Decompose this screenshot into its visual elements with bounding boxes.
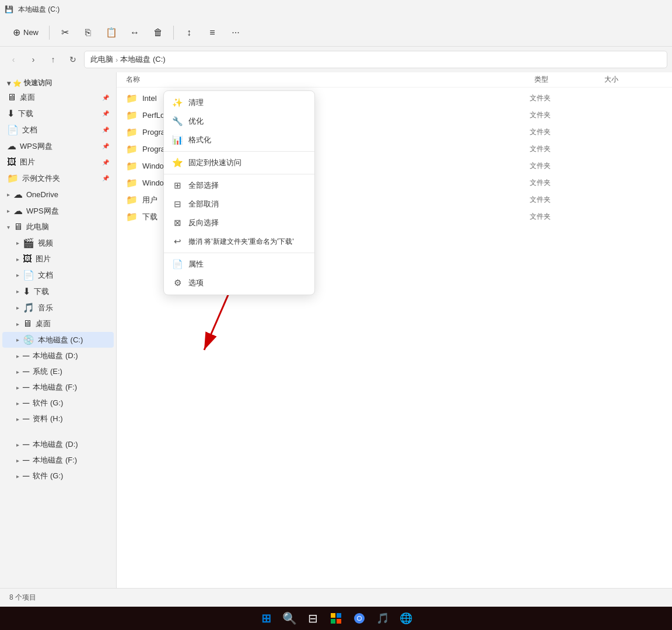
- new-label: New: [23, 28, 38, 37]
- sidebar-item-g[interactable]: ▸ ─ 软件 (G:): [2, 396, 114, 411]
- undo-label: 撤消 将'新建文件夹'重命名为'下载': [188, 237, 294, 247]
- move-button[interactable]: ↔: [124, 22, 145, 43]
- delete-button[interactable]: 🗑: [148, 22, 169, 43]
- sidebar-item-wps[interactable]: ☁ WPS网盘 📌: [2, 138, 114, 154]
- menu-item-selectnone[interactable]: ⊟ 全部取消: [164, 195, 314, 214]
- folder-icon: 📁: [126, 144, 138, 155]
- nav-bar: ‹ › ↑ ↻ 此电脑 › 本地磁盘 (C:): [0, 47, 672, 72]
- paste-button[interactable]: 📋: [101, 22, 122, 43]
- sort-button[interactable]: ↕: [178, 22, 200, 43]
- sidebar-item-d[interactable]: ▸ ─ 本地磁盘 (D:): [2, 348, 114, 363]
- sidebar-item-pics2[interactable]: ▸ 🖼 图片: [2, 251, 114, 267]
- invertsel-label: 反向选择: [188, 218, 219, 228]
- taskbar-chrome[interactable]: [349, 608, 370, 629]
- pin-label: 固定到快速访问: [188, 158, 242, 168]
- sidebar-item-example[interactable]: 📁 示例文件夹 📌: [2, 170, 114, 186]
- copy-button[interactable]: ⎘: [78, 22, 99, 43]
- breadcrumb-current: 本地磁盘 (C:): [120, 54, 165, 65]
- pin-icon-4: 📌: [102, 143, 109, 149]
- d-expand: ▸: [16, 353, 19, 359]
- docs2-expand: ▸: [16, 272, 19, 278]
- menu-item-invertsel[interactable]: ⊠ 反向选择: [164, 214, 314, 232]
- menu-item-undo[interactable]: ↩ 撤消 将'新建文件夹'重命名为'下载': [164, 232, 314, 251]
- svg-point-8: [358, 617, 361, 620]
- file-type: 文件夹: [530, 195, 600, 205]
- menu-item-optimize[interactable]: 🔧 优化: [164, 112, 314, 131]
- sidebar-item-desktop2[interactable]: ▸ 🖥 桌面: [2, 316, 114, 331]
- sidebar-item-thispc[interactable]: ▾ 🖥 此电脑: [2, 219, 114, 235]
- c-expand: ▸: [16, 337, 19, 343]
- properties-label: 属性: [188, 259, 204, 270]
- undo-icon: ↩: [172, 236, 183, 247]
- col-size-header[interactable]: 大小: [604, 75, 663, 85]
- new-icon: ⊕: [13, 27, 20, 38]
- sidebar-item-e[interactable]: ▸ ─ 系统 (E:): [2, 364, 114, 379]
- desktop-icon: 🖥: [7, 92, 16, 103]
- breadcrumb-text: 此电脑: [90, 54, 113, 65]
- sidebar-item-net-f[interactable]: ▸ ─ 本地磁盘 (F:): [2, 453, 114, 468]
- sidebar-item-downloads[interactable]: ⬇ 下载 📌: [2, 106, 114, 121]
- netf-expand: ▸: [16, 457, 19, 464]
- netg-expand: ▸: [16, 473, 19, 480]
- breadcrumb[interactable]: 此电脑 › 本地磁盘 (C:): [84, 51, 667, 68]
- sidebar-item-onedrive[interactable]: ▸ ☁ OneDrive: [2, 187, 114, 202]
- refresh-button[interactable]: ↻: [64, 51, 82, 68]
- taskbar-music[interactable]: 🎵: [372, 608, 393, 629]
- up-button[interactable]: ↑: [44, 51, 62, 68]
- taskbar-taskview[interactable]: ⊟: [302, 608, 323, 629]
- desktop2-label: 桌面: [36, 318, 109, 329]
- col-name-header[interactable]: 名称: [126, 75, 278, 85]
- sidebar-item-net-d[interactable]: ▸ ─ 本地磁盘 (D:): [2, 437, 114, 452]
- menu-item-pin[interactable]: ⭐ 固定到快速访问: [164, 153, 314, 172]
- sidebar-item-f[interactable]: ▸ ─ 本地磁盘 (F:): [2, 380, 114, 395]
- f-icon: ─: [23, 382, 29, 393]
- sidebar-item-net-g[interactable]: ▸ ─ 软件 (G:): [2, 468, 114, 484]
- sidebar-item-pictures[interactable]: 🖼 图片 📌: [2, 155, 114, 170]
- cut-button[interactable]: ✂: [54, 22, 75, 43]
- back-button[interactable]: ‹: [5, 51, 22, 68]
- menu-item-clean[interactable]: ✨ 清理: [164, 93, 314, 112]
- h-label: 资料 (H:): [33, 414, 109, 424]
- invertsel-icon: ⊠: [172, 218, 183, 228]
- sidebar-item-docs2[interactable]: ▸ 📄 文档: [2, 267, 114, 283]
- quick-access-label: 快速访问: [24, 78, 52, 88]
- sidebar-item-c[interactable]: ▸ 💿 本地磁盘 (C:): [2, 332, 114, 348]
- taskbar-browser[interactable]: 🌐: [396, 608, 416, 629]
- sidebar-item-docs[interactable]: 📄 文档 📌: [2, 122, 114, 138]
- selectnone-icon: ⊟: [172, 199, 183, 209]
- file-type: 文件夹: [530, 212, 600, 222]
- wpscloud-label: WPS网盘: [26, 206, 109, 216]
- docs-icon: 📄: [7, 124, 19, 135]
- menu-item-properties[interactable]: 📄 属性: [164, 255, 314, 274]
- menu-item-format[interactable]: 📊 格式化: [164, 131, 314, 149]
- music-expand: ▸: [16, 304, 19, 311]
- menu-item-selectall[interactable]: ⊞ 全部选择: [164, 176, 314, 195]
- sidebar-item-h[interactable]: ▸ ─ 资料 (H:): [2, 411, 114, 426]
- taskbar-search[interactable]: 🔍: [279, 608, 300, 629]
- more-button[interactable]: ···: [225, 22, 246, 43]
- sidebar-item-video[interactable]: ▸ 🎬 视频: [2, 235, 114, 251]
- dl2-expand: ▸: [16, 288, 19, 295]
- netf-icon: ─: [23, 455, 29, 466]
- taskbar-icons: ⊞ 🔍 ⊟ 🎵 🌐: [256, 608, 416, 629]
- taskbar-explorer[interactable]: [326, 608, 346, 629]
- h-expand: ▸: [16, 416, 19, 422]
- sidebar-item-music[interactable]: ▸ 🎵 音乐: [2, 300, 114, 316]
- sidebar-item-wpscloud[interactable]: ▸ ☁ WPS网盘: [2, 203, 114, 219]
- taskbar-start[interactable]: ⊞: [256, 608, 276, 629]
- menu-item-options[interactable]: ⚙ 选项: [164, 274, 314, 292]
- optimize-label: 优化: [188, 116, 204, 127]
- music-label: 音乐: [38, 303, 109, 313]
- sidebar-item-desktop[interactable]: 🖥 桌面 📌: [2, 90, 114, 105]
- g-label: 软件 (G:): [33, 398, 109, 408]
- col-date-header[interactable]: [278, 75, 534, 85]
- new-button[interactable]: ⊕ New: [7, 23, 44, 41]
- file-type: 文件夹: [530, 110, 600, 120]
- sidebar-item-dl2[interactable]: ▸ ⬇ 下载: [2, 284, 114, 299]
- file-type: 文件夹: [530, 93, 600, 103]
- e-icon: ─: [23, 366, 29, 377]
- forward-button[interactable]: ›: [24, 51, 42, 68]
- docs2-label: 文档: [38, 270, 109, 281]
- col-type-header[interactable]: 类型: [534, 75, 604, 85]
- view-button[interactable]: ≡: [202, 22, 223, 43]
